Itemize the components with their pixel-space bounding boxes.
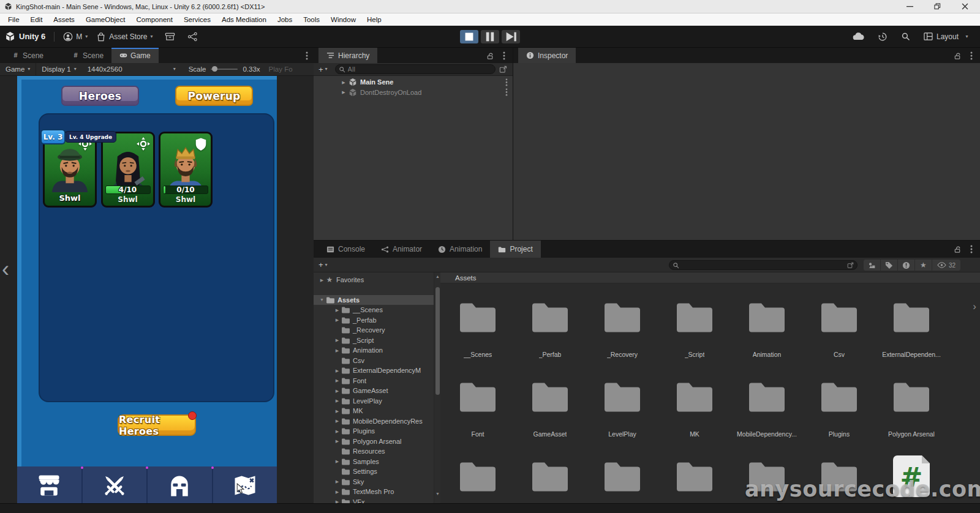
item-options-icon[interactable]: [505, 88, 508, 96]
tree-folder-settings[interactable]: Settings: [314, 466, 434, 477]
scroll-right-icon[interactable]: ›: [973, 301, 976, 312]
item-options-icon[interactable]: [505, 78, 508, 86]
tree-folder-plugins[interactable]: ▶Plugins: [314, 426, 434, 436]
resolution-dropdown[interactable]: 1440x2560 ▾: [82, 63, 181, 75]
search-picker-icon[interactable]: [499, 66, 507, 73]
unity-hub-button[interactable]: Unity 6: [5, 31, 45, 42]
filter-by-type-button[interactable]: [864, 260, 880, 271]
hero-card-3[interactable]: 0/10Shwl: [159, 132, 213, 208]
tree-folder-script[interactable]: ▶_Script: [314, 335, 434, 346]
tree-folder-perfab[interactable]: ▶_Perfab: [314, 315, 434, 326]
asset-csv[interactable]: Csv: [803, 283, 875, 363]
scale-slider-knob[interactable]: [212, 66, 217, 72]
expand-arrow-icon[interactable]: ▶: [334, 459, 341, 465]
nav-battle-button[interactable]: [83, 466, 148, 503]
menu-item-assets[interactable]: Assets: [48, 13, 80, 26]
powerup-button[interactable]: Powerup: [175, 86, 253, 106]
tab-project[interactable]: Project: [490, 241, 540, 258]
lock-icon[interactable]: [954, 245, 962, 253]
tab-console[interactable]: Console: [318, 241, 373, 258]
hero-card-1[interactable]: ShwlLv. 3Lv. 4 Upgrade: [43, 132, 97, 208]
version-control-icon[interactable]: [187, 32, 198, 42]
asset-polygon-arsenal[interactable]: Polygon Arsenal: [875, 363, 948, 443]
asset-folder-15[interactable]: [514, 443, 586, 503]
expand-arrow-icon[interactable]: ▶: [341, 79, 347, 85]
tree-assets-root[interactable]: ▼ Assets: [314, 295, 434, 305]
expand-arrow-icon[interactable]: ▶: [334, 317, 341, 323]
menu-item-edit[interactable]: Edit: [25, 13, 48, 26]
asset-mk[interactable]: MK: [658, 363, 731, 443]
tree-folder-vfx[interactable]: ▶VFx: [314, 497, 434, 504]
create-asset-button[interactable]: + ▾: [318, 261, 328, 269]
expand-arrow-icon[interactable]: ▶: [334, 388, 341, 394]
recruit-heroes-button[interactable]: Recruit Heroes: [118, 414, 196, 436]
asset-folder-16[interactable]: [586, 443, 658, 503]
hierarchy-item-dontdestroyonload[interactable]: ▶DontDestroyOnLoad: [314, 88, 513, 98]
menu-item-component[interactable]: Component: [130, 13, 178, 26]
collapse-arrow-icon[interactable]: ▼: [318, 297, 325, 303]
expand-arrow-icon[interactable]: ▶: [334, 398, 341, 404]
tree-folder-polygon-arsenal[interactable]: ▶Polygon Arsenal: [314, 436, 434, 447]
expand-arrow-icon[interactable]: ▶: [334, 307, 341, 313]
menu-item-ads-mediation[interactable]: Ads Mediation: [216, 13, 272, 26]
hierarchy-item-main-sene[interactable]: ▶Main Sene: [314, 77, 513, 88]
tree-folder-textmesh-pro[interactable]: ▶TextMesh Pro: [314, 487, 434, 497]
expand-arrow-icon[interactable]: ▶: [334, 489, 341, 495]
scroll-up-icon[interactable]: ▲: [435, 274, 440, 279]
expand-arrow-icon[interactable]: ▶: [334, 418, 341, 424]
asset-plugins[interactable]: Plugins: [803, 363, 875, 443]
filter-by-label-button[interactable]: [881, 260, 897, 271]
package-manager-icon[interactable]: [165, 32, 175, 42]
nav-map-button[interactable]: [213, 466, 277, 503]
expand-arrow-icon[interactable]: ▶: [334, 428, 341, 434]
minimize-button[interactable]: [907, 3, 913, 10]
expand-arrow-icon[interactable]: ▶: [334, 378, 341, 384]
scale-slider[interactable]: [211, 69, 238, 70]
asset-gameasset[interactable]: GameAsset: [514, 363, 586, 443]
hierarchy-search[interactable]: [335, 64, 496, 74]
project-search[interactable]: [669, 260, 858, 270]
menu-item-services[interactable]: Services: [178, 13, 216, 26]
tree-folder-mk[interactable]: ▶MK: [314, 406, 434, 416]
scrollbar-thumb[interactable]: [435, 287, 440, 395]
view-tab-game-2[interactable]: Game: [111, 48, 159, 63]
expand-arrow-icon[interactable]: ▶: [341, 89, 347, 95]
tree-folder-recovery[interactable]: _Recovery: [314, 325, 434, 335]
expand-arrow-icon[interactable]: ▶: [334, 367, 341, 373]
tree-folder-sky[interactable]: ▶Sky: [314, 477, 434, 487]
tree-folder-externaldependencym[interactable]: ▶ExternalDependencyM: [314, 365, 434, 376]
panel-options-icon[interactable]: [970, 51, 973, 60]
scroll-down-icon[interactable]: ▼: [435, 492, 440, 496]
asset-font[interactable]: Font: [442, 363, 514, 443]
tree-folder-csv[interactable]: Csv: [314, 356, 434, 366]
tree-folder-samples[interactable]: ▶Samples: [314, 457, 434, 467]
tree-folder-levelplay[interactable]: ▶LevelPlay: [314, 396, 434, 406]
game-mode-dropdown[interactable]: Game ▾: [0, 63, 36, 75]
search-icon[interactable]: [901, 32, 910, 41]
expand-arrow-icon[interactable]: ▶: [334, 408, 341, 414]
asset-folder-14[interactable]: [442, 443, 514, 503]
expand-arrow-icon[interactable]: ▶: [318, 277, 325, 283]
save-search-icon[interactable]: [847, 262, 854, 269]
asset-store-menu[interactable]: Asset Store ▾: [96, 32, 153, 42]
filter-importance-button[interactable]: [898, 260, 914, 271]
panel-options-icon[interactable]: [970, 245, 973, 253]
carousel-back-chevron[interactable]: ‹: [2, 258, 9, 280]
lock-icon[interactable]: [954, 52, 962, 60]
menu-item-file[interactable]: File: [2, 13, 25, 26]
pause-button[interactable]: [481, 30, 499, 43]
lock-icon[interactable]: [486, 52, 494, 60]
restore-button[interactable]: [934, 3, 941, 10]
asset-recovery[interactable]: _Recovery: [586, 283, 658, 363]
tree-folder-animation[interactable]: ▶Animation: [314, 345, 434, 356]
expand-arrow-icon[interactable]: ▶: [334, 347, 341, 353]
tree-folder-gameasset[interactable]: ▶GameAsset: [314, 386, 434, 396]
nav-heroes-button[interactable]: [148, 466, 213, 503]
asset-externaldependen[interactable]: ExternalDependen...: [875, 283, 948, 363]
asset-animation[interactable]: Animation: [731, 283, 803, 363]
asset-perfab[interactable]: _Perfab: [514, 283, 586, 363]
tab-hierarchy[interactable]: Hierarchy: [318, 48, 377, 63]
menu-item-tools[interactable]: Tools: [298, 13, 325, 26]
favorites-filter-button[interactable]: ★: [915, 260, 932, 271]
tab-animator[interactable]: Animator: [373, 241, 430, 258]
